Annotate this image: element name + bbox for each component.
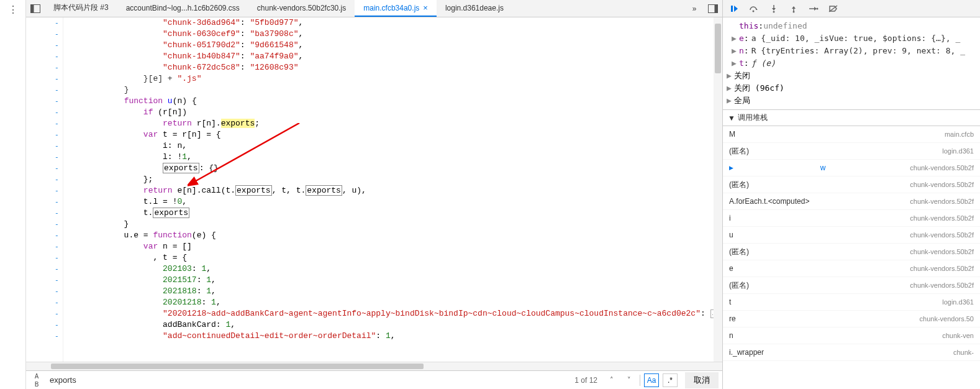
stack-frame[interactable]: wchunk-vendors.50b2f [723, 160, 980, 176]
stack-frame[interactable]: Mmain.cfcb [723, 126, 980, 143]
resume-icon[interactable] [727, 2, 742, 16]
scope-closure[interactable]: ▶全局 [723, 94, 980, 107]
hide-debugger-icon[interactable] [704, 0, 722, 17]
prev-match-icon[interactable]: ˄ [605, 373, 619, 387]
scope-this[interactable]: this: undefined [723, 20, 980, 32]
kebab-menu-icon[interactable]: ⋮ [8, 4, 18, 16]
stack-frame[interactable]: A.forEach.t.<computed>chunk-vendors.50b2… [723, 193, 980, 210]
svg-point-12 [817, 7, 819, 9]
cancel-button[interactable]: 取消 [685, 372, 719, 388]
editor-tabbar: 脚本代码片段 #3accountBind~log...h.1c6b2609.cs… [26, 0, 722, 17]
stack-frame[interactable]: i._wrapperchunk- [723, 344, 980, 361]
scope-panel: this: undefined ▶e: a {_uid: 10, _isVue:… [723, 17, 980, 110]
stack-frame[interactable]: (匿名)login.d361 [723, 143, 980, 160]
replace-toggle-icon[interactable]: AB [30, 373, 43, 387]
search-count: 1 of 12 [571, 376, 601, 385]
show-navigator-icon[interactable] [26, 0, 45, 17]
scope-var-n[interactable]: ▶n: R {tryEntries: Array(2), prev: 9, ne… [723, 45, 980, 57]
stack-frame[interactable]: uchunk-vendors.50b2f [723, 227, 980, 244]
search-input[interactable] [47, 373, 567, 387]
step-icon[interactable] [806, 2, 821, 16]
far-left-toolbar: ⋮ [0, 0, 26, 389]
scope-closure[interactable]: ▶关闭 (96cf) [723, 82, 980, 94]
stack-frame[interactable]: tlogin.d361 [723, 294, 980, 311]
svg-rect-3 [715, 4, 718, 12]
tab[interactable]: accountBind~log...h.1c6b2609.css [117, 0, 248, 17]
step-over-icon[interactable] [746, 2, 761, 16]
match-case-button[interactable]: Aa [644, 373, 659, 387]
stack-frame[interactable]: (匿名)chunk-vendors.50b2f [723, 244, 980, 260]
next-match-icon[interactable]: ˅ [622, 373, 636, 387]
search-bar: AB 1 of 12 ˄ ˅ Aa .* 取消 [26, 370, 722, 389]
code-editor[interactable]: "chunk-3d6ad964": "5fb0d977", "chunk-063… [26, 17, 722, 362]
svg-point-8 [773, 11, 775, 12]
stack-frame[interactable]: rechunk-vendors.50 [723, 311, 980, 327]
tab[interactable]: chunk-vendors.50b2fc30.js [248, 0, 355, 17]
stack-frame[interactable]: (匿名)chunk-vendors.50b2f [723, 176, 980, 193]
tab[interactable]: 脚本代码片段 #3 [45, 0, 117, 17]
tab[interactable]: main.cfcb34a0.js× [355, 0, 437, 17]
scope-var-t[interactable]: ▶t: ƒ (e) [723, 57, 980, 70]
svg-point-6 [753, 10, 755, 12]
debug-toolbar [723, 0, 980, 17]
scope-closure[interactable]: ▶关闭 [723, 70, 980, 82]
svg-rect-1 [31, 4, 34, 12]
svg-point-10 [793, 11, 795, 12]
horizontal-scrollbar[interactable] [26, 362, 722, 370]
stack-frame[interactable]: (匿名)chunk-vendors.50b2f [723, 277, 980, 294]
step-into-icon[interactable] [766, 2, 781, 16]
tab[interactable]: login.d361deae.js [437, 0, 512, 17]
stack-frame[interactable]: nchunk-ven [723, 327, 980, 344]
stack-frame[interactable]: echunk-vendors.50b2f [723, 260, 980, 277]
stack-frame[interactable]: ichunk-vendors.50b2f [723, 210, 980, 227]
more-tabs-icon[interactable]: » [685, 0, 704, 17]
callstack-list: Mmain.cfcb(匿名)login.d361wchunk-vendors.5… [723, 126, 980, 389]
deactivate-breakpoints-icon[interactable] [826, 2, 841, 16]
step-out-icon[interactable] [786, 2, 801, 16]
close-icon[interactable]: × [423, 3, 428, 12]
callstack-header[interactable]: ▼调用堆栈 [723, 110, 980, 126]
regex-button[interactable]: .* [663, 373, 678, 387]
svg-rect-5 [731, 6, 733, 12]
vertical-scrollbar[interactable] [714, 17, 722, 362]
scope-var-e[interactable]: ▶e: a {_uid: 10, _isVue: true, $options:… [723, 32, 980, 45]
